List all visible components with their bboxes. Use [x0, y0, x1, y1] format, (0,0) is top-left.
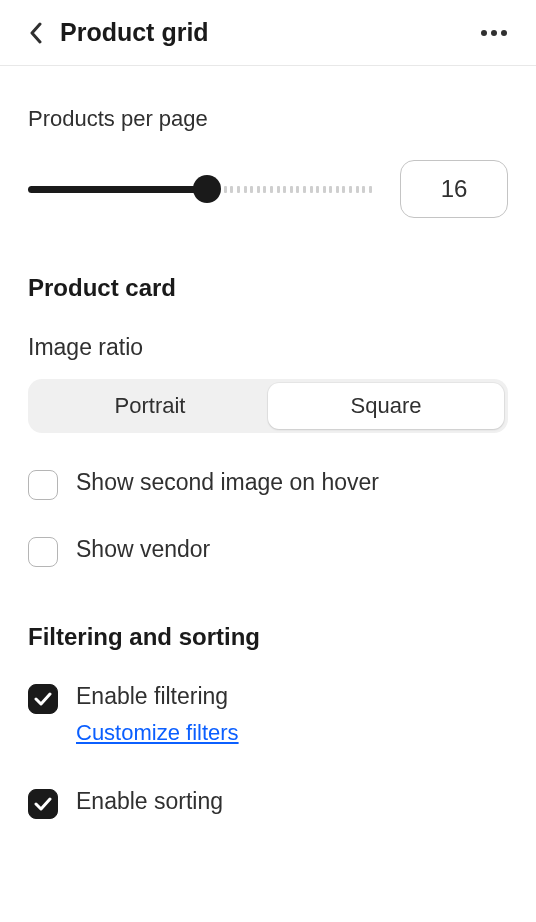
segment-portrait[interactable]: Portrait: [32, 383, 268, 429]
show-second-image-label: Show second image on hover: [76, 469, 379, 496]
products-per-page-label: Products per page: [28, 106, 508, 132]
enable-filtering-row: Enable filtering Customize filters: [28, 683, 508, 746]
panel-header: Product grid: [0, 0, 536, 66]
page-title: Product grid: [60, 18, 209, 47]
enable-filtering-label: Enable filtering: [76, 683, 239, 710]
show-second-image-row: Show second image on hover: [28, 469, 508, 500]
product-card-heading: Product card: [28, 274, 508, 302]
header-left: Product grid: [24, 18, 209, 47]
customize-filters-link[interactable]: Customize filters: [76, 720, 239, 746]
enable-sorting-row: Enable sorting: [28, 788, 508, 819]
back-icon[interactable]: [24, 21, 48, 45]
filtering-sorting-section: Filtering and sorting Enable filtering C…: [28, 567, 508, 819]
svg-point-0: [481, 30, 487, 36]
show-vendor-row: Show vendor: [28, 536, 508, 567]
product-card-section: Product card Image ratio Portrait Square…: [28, 218, 508, 567]
filtering-sorting-heading: Filtering and sorting: [28, 623, 508, 651]
show-vendor-checkbox[interactable]: [28, 537, 58, 567]
more-icon[interactable]: [476, 25, 512, 41]
enable-sorting-label: Enable sorting: [76, 788, 223, 815]
show-vendor-label: Show vendor: [76, 536, 210, 563]
products-per-page-section: Products per page 16: [28, 66, 508, 218]
show-second-image-checkbox[interactable]: [28, 470, 58, 500]
segment-square[interactable]: Square: [268, 383, 504, 429]
products-per-page-value[interactable]: 16: [400, 160, 508, 218]
image-ratio-label: Image ratio: [28, 334, 508, 361]
products-per-page-row: 16: [28, 160, 508, 218]
enable-sorting-checkbox[interactable]: [28, 789, 58, 819]
svg-point-2: [501, 30, 507, 36]
enable-filtering-checkbox[interactable]: [28, 684, 58, 714]
products-per-page-slider[interactable]: [28, 178, 372, 200]
svg-point-1: [491, 30, 497, 36]
slider-thumb[interactable]: [193, 175, 221, 203]
image-ratio-segmented: Portrait Square: [28, 379, 508, 433]
